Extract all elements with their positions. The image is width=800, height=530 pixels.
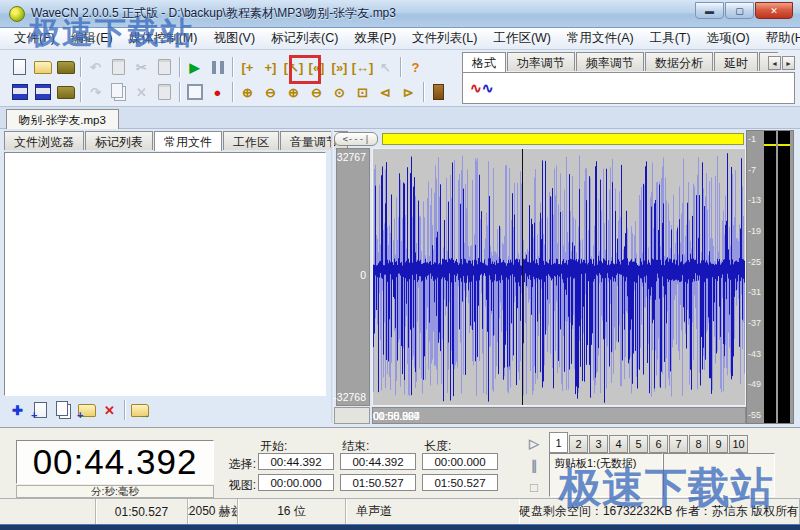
zoom-out-vertical-button[interactable]: ⊖	[305, 81, 328, 103]
add-folder-button[interactable]	[75, 399, 98, 421]
status-segment: 单声道	[346, 499, 519, 524]
clipboard-tab[interactable]: 1	[549, 432, 568, 453]
left-panel-tab[interactable]: 工作区	[223, 131, 279, 150]
left-panel-tab[interactable]: 标记列表	[85, 131, 153, 150]
toolbar-row-2: ↷✕●⊕⊖⊕⊖⊙⊡⊲⊳	[8, 81, 450, 103]
undo-button[interactable]: ↶	[84, 56, 107, 78]
clipboard-tab[interactable]: 2	[569, 435, 588, 453]
menu-item[interactable]: 工作区(W)	[485, 28, 559, 49]
waveform-display[interactable]	[372, 148, 746, 406]
menu-item[interactable]: 视图(V)	[205, 28, 263, 49]
paste-to-new-button[interactable]	[107, 56, 130, 78]
effects-tab[interactable]: 延时	[714, 52, 758, 71]
menu-item[interactable]: 选项(O)	[699, 28, 758, 49]
separator	[397, 57, 404, 77]
effects-tab[interactable]: 频率调节	[576, 52, 644, 71]
zoom-in-button[interactable]: ⊕	[236, 81, 259, 103]
paste-special-button[interactable]	[153, 81, 176, 103]
waveform-canvas[interactable]	[373, 149, 745, 405]
zoom-full-button[interactable]: ⊙	[328, 81, 351, 103]
effects-tab[interactable]: 格式	[462, 52, 506, 72]
menu-item[interactable]: 工具(T)	[642, 28, 699, 49]
clipboard-tabs: 12345678910	[549, 432, 749, 453]
selection-length-field[interactable]: 00:00.000	[422, 453, 498, 470]
minimize-button[interactable]: ▬	[695, 2, 724, 19]
tab-scroll-right-icon[interactable]: ►	[782, 56, 795, 70]
open-session-button[interactable]	[54, 56, 77, 78]
common-files-list[interactable]	[4, 152, 326, 396]
view-length-field[interactable]: 01:50.527	[422, 474, 498, 491]
clipboard-tab[interactable]: 4	[609, 435, 628, 453]
document-tab[interactable]: 吻别-张学友.mp3	[6, 109, 119, 129]
delete-button[interactable]: ✕	[130, 81, 153, 103]
open-file-button[interactable]	[31, 56, 54, 78]
zoom-right-button[interactable]: ⊳	[397, 81, 420, 103]
add-file-button[interactable]	[29, 399, 52, 421]
selection-start-field[interactable]: 00:44.392	[258, 453, 334, 470]
menu-item[interactable]: 常用文件(A)	[559, 28, 642, 49]
exit-button[interactable]	[427, 81, 450, 103]
remove-button[interactable]: ✕	[98, 399, 121, 421]
clipboard-tab[interactable]: 10	[729, 435, 748, 453]
scroll-home-button[interactable]: <---|	[334, 132, 378, 146]
select-from-start-button[interactable]: [+	[236, 56, 259, 78]
extend-selection-button[interactable]: [↔]	[351, 56, 374, 78]
menu-item[interactable]: 效果(P)	[346, 28, 404, 49]
selection-end-field[interactable]: 00:44.392	[340, 453, 416, 470]
menu-item[interactable]: 帮助(H)	[758, 28, 800, 49]
clip-stop-button[interactable]: □	[525, 478, 543, 496]
play-button[interactable]: ▶	[183, 56, 206, 78]
save-as-button[interactable]	[31, 81, 54, 103]
status-segment	[0, 499, 96, 524]
left-panel-tab[interactable]: 常用文件	[154, 131, 222, 151]
clipboard-tab[interactable]: 6	[649, 435, 668, 453]
select-to-end-button[interactable]: +]	[259, 56, 282, 78]
redo-button[interactable]: ↷	[84, 81, 107, 103]
clipboard-tab[interactable]: 8	[689, 435, 708, 453]
clip-play-button[interactable]: ▷	[525, 434, 543, 452]
ruler-max-label: 32767	[337, 151, 366, 163]
help-button[interactable]: ?	[404, 56, 427, 78]
menu-item[interactable]: 标记列表(C)	[263, 28, 346, 49]
tab-scroll-left-icon[interactable]: ◄	[768, 56, 781, 70]
clip-pause-button[interactable]: ∥	[525, 456, 543, 474]
pause-button[interactable]	[206, 56, 229, 78]
effects-tab[interactable]: 功率调节	[507, 52, 575, 71]
zoom-out-button[interactable]: ⊖	[259, 81, 282, 103]
format-convert-icon[interactable]: ∿∿	[470, 79, 493, 97]
zoom-left-button[interactable]: ⊲	[374, 81, 397, 103]
ruler-zero-label: 0	[360, 269, 366, 281]
clipboard-tab[interactable]: 3	[589, 435, 608, 453]
duplicate-file-button[interactable]	[52, 399, 75, 421]
left-panel-tab[interactable]: 文件浏览器	[4, 131, 84, 150]
paste-button[interactable]	[153, 56, 176, 78]
main-area: 文件浏览器标记列表常用文件工作区音量调节 ✚✕ <---| 32767 0 -3…	[0, 129, 800, 427]
status-segment: 22050 赫兹	[188, 499, 238, 524]
effects-tab[interactable]: 数据分析	[645, 52, 713, 71]
zoom-in-vertical-button[interactable]: ⊕	[282, 81, 305, 103]
menu-item[interactable]: 文件列表(L)	[404, 28, 485, 49]
stop-button[interactable]	[183, 81, 206, 103]
open-folder-button[interactable]	[128, 399, 151, 421]
zoom-selection-button[interactable]: ⊡	[351, 81, 374, 103]
watermark: 极速下载站	[29, 12, 194, 54]
horizontal-scrollbar[interactable]	[382, 133, 744, 145]
next-marker-button[interactable]: [»]	[328, 56, 351, 78]
save-session-button[interactable]	[54, 81, 77, 103]
meter-bar-left	[764, 131, 776, 423]
view-end-field[interactable]: 01:50.527	[340, 474, 416, 491]
record-button[interactable]: ●	[206, 81, 229, 103]
close-button[interactable]: ✕	[755, 2, 793, 19]
cut-button[interactable]: ✂	[130, 56, 153, 78]
save-button[interactable]	[8, 81, 31, 103]
copy-button[interactable]	[107, 81, 130, 103]
new-file-button[interactable]	[8, 56, 31, 78]
view-start-field[interactable]: 00:00.000	[258, 474, 334, 491]
maximize-button[interactable]: ▢	[725, 2, 754, 19]
deselect-button[interactable]: ↖	[374, 56, 397, 78]
status-segment: 16 位	[238, 499, 346, 524]
clipboard-tab[interactable]: 9	[709, 435, 728, 453]
clipboard-tab[interactable]: 7	[669, 435, 688, 453]
clipboard-tab[interactable]: 5	[629, 435, 648, 453]
add-button[interactable]: ✚	[6, 399, 29, 421]
